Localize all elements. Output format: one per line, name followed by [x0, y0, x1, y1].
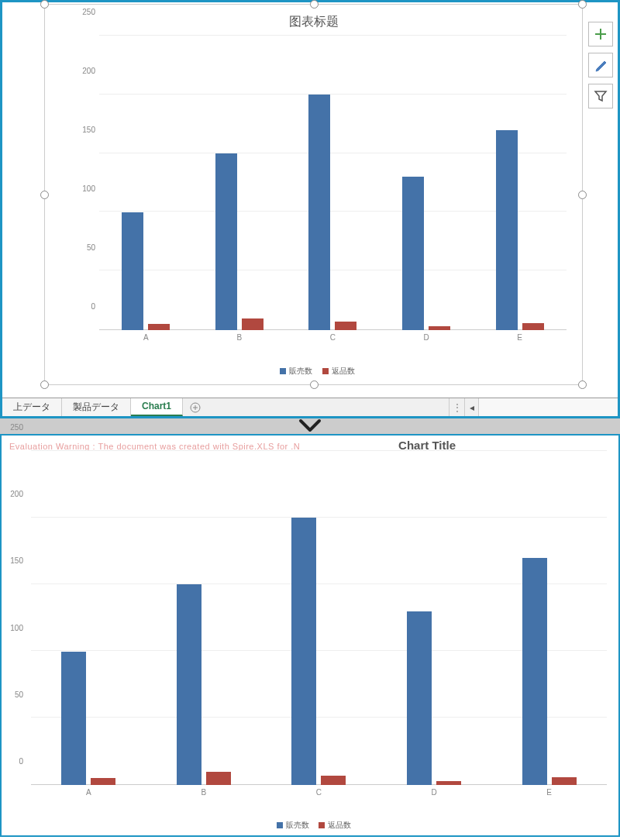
bar-series1[interactable] — [308, 95, 330, 330]
bar-series1 — [522, 558, 547, 785]
bars-container — [31, 451, 607, 785]
x-label: B — [193, 330, 287, 346]
bar-series2[interactable] — [148, 324, 170, 330]
chart-elements-button[interactable] — [588, 22, 613, 46]
bar-series2 — [321, 776, 346, 785]
plus-circle-icon — [190, 402, 201, 413]
resize-handle-top-left[interactable] — [40, 0, 49, 9]
sheet-tab[interactable]: 上データ — [2, 398, 62, 416]
resize-handle-top-right[interactable] — [578, 0, 587, 9]
x-label: A — [99, 330, 193, 346]
bar-series2[interactable] — [522, 323, 544, 330]
bar-group — [377, 451, 492, 785]
bar-group — [31, 451, 146, 785]
panel-divider — [0, 418, 620, 434]
y-tick: 100 — [82, 184, 95, 193]
excel-panel: 图表标题 0 50 100 150 200 250 — [0, 0, 620, 418]
bar-group — [473, 36, 567, 330]
x-label: D — [380, 330, 474, 346]
sheet-tab-active[interactable]: Chart1 — [131, 398, 183, 416]
plot-area: 0 50 100 150 200 250 A B C D E — [25, 451, 607, 800]
resize-handle-bottom-center[interactable] — [310, 380, 319, 389]
y-tick: 150 — [10, 556, 23, 565]
bar-group — [146, 451, 262, 785]
bar-series1 — [61, 652, 86, 785]
bar-series1 — [407, 611, 432, 785]
x-label: C — [261, 785, 377, 800]
bar-group — [99, 36, 193, 330]
horizontal-scrollbar[interactable] — [478, 398, 618, 416]
x-axis: A B C D E — [99, 330, 567, 346]
plot-area: 0 50 100 150 200 250 — [76, 36, 567, 346]
y-tick: 0 — [91, 302, 95, 311]
bar-group — [193, 36, 287, 330]
legend: 販売数 返品数 — [2, 820, 618, 831]
bar-group — [491, 451, 607, 785]
y-tick: 100 — [10, 623, 23, 632]
y-tick: 50 — [15, 690, 23, 698]
legend[interactable]: 販売数 返品数 — [45, 366, 582, 377]
y-tick: 200 — [82, 67, 95, 75]
plus-icon — [594, 27, 608, 41]
add-sheet-button[interactable] — [183, 398, 208, 416]
y-tick: 150 — [82, 126, 95, 134]
output-panel: Evaluation Warning : The document was cr… — [0, 434, 620, 837]
y-tick: 250 — [10, 423, 23, 432]
x-label: D — [377, 785, 492, 800]
legend-swatch-2 — [322, 368, 329, 374]
legend-label-2: 返品数 — [328, 821, 351, 829]
bar-series2[interactable] — [335, 322, 356, 330]
bar-group — [261, 451, 377, 785]
chart-styles-button[interactable] — [588, 53, 613, 77]
legend-label-1: 販売数 — [286, 821, 309, 829]
resize-handle-mid-left[interactable] — [40, 191, 49, 199]
bar-series1[interactable] — [402, 177, 424, 330]
bar-group — [286, 36, 380, 330]
bar-series1 — [291, 518, 316, 785]
legend-swatch-1 — [280, 368, 286, 374]
chart-filters-button[interactable] — [588, 84, 613, 108]
x-label: B — [146, 785, 262, 800]
resize-handle-bottom-right[interactable] — [578, 380, 587, 389]
bar-series2 — [206, 772, 231, 785]
bar-series1[interactable] — [215, 153, 237, 330]
bar-series2 — [552, 777, 577, 785]
bar-group — [380, 36, 474, 330]
scroll-left-button[interactable]: ◂ — [464, 398, 478, 416]
y-axis: 0 50 100 150 200 250 — [76, 36, 99, 330]
resize-handle-top-center[interactable] — [310, 0, 319, 9]
bar-series1 — [177, 584, 202, 785]
y-tick: 250 — [82, 8, 95, 16]
tab-scroll-separator: ⋮ — [449, 398, 464, 416]
bar-series2[interactable] — [242, 318, 264, 330]
sheet-tabs: 上データ 製品データ Chart1 ⋮ ◂ — [2, 398, 618, 416]
bar-series1[interactable] — [496, 130, 518, 330]
legend-swatch-1 — [277, 822, 283, 828]
y-tick: 50 — [87, 243, 95, 252]
x-label: A — [31, 785, 146, 800]
bar-series1[interactable] — [122, 212, 143, 330]
legend-label-2: 返品数 — [332, 367, 355, 375]
chart-tools — [588, 22, 613, 108]
y-tick: 200 — [10, 490, 23, 498]
bar-series2 — [91, 778, 115, 785]
bars-container — [99, 36, 567, 330]
legend-swatch-2 — [319, 822, 325, 828]
y-tick: 0 — [19, 757, 23, 766]
y-axis: 0 50 100 150 200 250 — [8, 451, 27, 785]
x-axis: A B C D E — [31, 785, 607, 800]
chart-object[interactable]: 图表标题 0 50 100 150 200 250 — [44, 4, 583, 385]
resize-handle-bottom-left[interactable] — [40, 380, 49, 389]
x-label: E — [473, 330, 567, 346]
x-label: E — [491, 785, 607, 800]
legend-label-1: 販売数 — [289, 367, 312, 375]
sheet-tab[interactable]: 製品データ — [62, 398, 131, 416]
x-label: C — [286, 330, 380, 346]
brush-icon — [594, 58, 608, 72]
down-arrow-icon — [297, 417, 323, 434]
resize-handle-mid-right[interactable] — [578, 191, 587, 199]
funnel-icon — [594, 89, 608, 103]
